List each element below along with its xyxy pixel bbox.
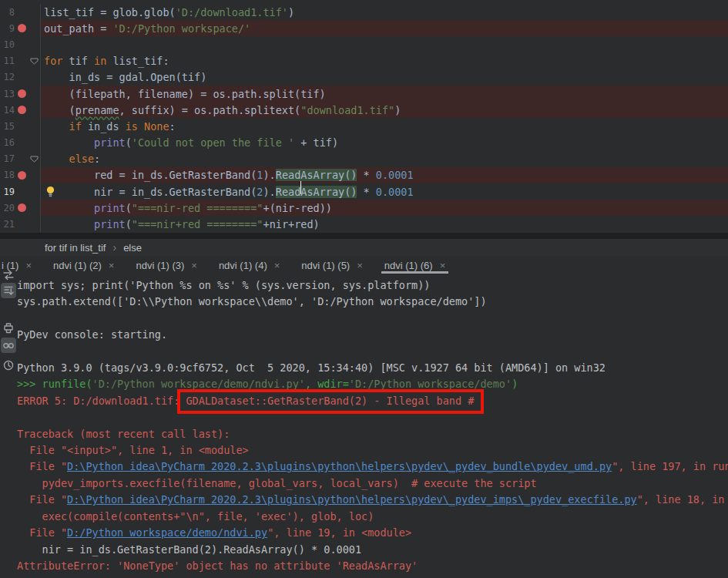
line-number[interactable]: 14 [0, 105, 15, 116]
editor-gutter[interactable]: 19 [0, 183, 41, 200]
code-text[interactable]: in_ds = gdal.Open(tif) [41, 69, 728, 86]
file-link[interactable]: D:\Python idea\PyCharm 2020.2.3\plugins\… [67, 460, 612, 472]
code-text[interactable]: (filepath, filename) = os.path.split(tif… [41, 86, 728, 102]
tab-label: ndvi (1) (5) [301, 260, 350, 271]
line-number[interactable]: 15 [0, 121, 15, 132]
line-number[interactable]: 10 [0, 39, 15, 50]
close-icon[interactable]: × [191, 260, 197, 271]
breakpoint-slot[interactable] [15, 106, 29, 114]
close-icon[interactable]: × [357, 260, 363, 271]
line-number[interactable]: 18 [0, 170, 15, 180]
line-number[interactable]: 20 [0, 203, 15, 213]
console-line: pydev_imports.execfile(filename, global_… [17, 476, 728, 492]
console-line: Traceback (most recent call last): [17, 426, 728, 442]
editor-gutter[interactable]: 18 [0, 167, 41, 183]
breadcrumb-item[interactable]: else [123, 242, 142, 254]
line-number[interactable]: 8 [0, 7, 15, 18]
text-segment [138, 120, 144, 133]
breakpoint-icon[interactable] [18, 106, 26, 114]
close-icon[interactable]: × [109, 260, 115, 271]
text-segment: * [357, 186, 375, 198]
text-segment: "===nir-red ========" [132, 202, 263, 214]
breakpoint-icon[interactable] [18, 171, 26, 180]
line-number[interactable]: 12 [0, 72, 15, 82]
code-text[interactable]: print("===nir+red ========"+nir+red) [41, 216, 728, 232]
code-line: 10 [0, 36, 728, 52]
python-console-output[interactable]: import sys; print('Python %s on %s' % (s… [0, 274, 728, 578]
code-text[interactable] [41, 36, 728, 52]
console-tab[interactable]: ndvi (1) (2)× [42, 256, 125, 274]
fold-slot[interactable] [29, 58, 40, 65]
close-icon[interactable]: × [440, 260, 446, 271]
editor-gutter[interactable]: 10 [0, 36, 41, 52]
line-number[interactable]: 16 [0, 137, 15, 148]
editor-gutter[interactable]: 20 [0, 200, 41, 216]
editor-gutter[interactable]: 21 [0, 216, 41, 232]
code-text[interactable]: (prename, suffix) = os.path.splitext("do… [41, 102, 728, 118]
code-line: 13 (filepath, filename) = os.path.split(… [0, 86, 728, 102]
console-line: File "D:\Python idea\PyCharm 2020.2.3\pl… [17, 459, 728, 475]
editor-gutter[interactable]: 15 [0, 118, 41, 134]
console-tab[interactable]: ndvi (1) (5)× [290, 256, 373, 274]
text-segment: ). [263, 186, 275, 198]
breakpoint-slot[interactable] [15, 171, 29, 180]
text-segment: else [69, 153, 95, 165]
tab-label: ndvi (1) (2) [53, 260, 102, 271]
close-icon[interactable]: × [25, 260, 32, 271]
editor-gutter[interactable]: 12 [0, 69, 41, 86]
file-link[interactable]: D:\Python idea\PyCharm 2020.2.3\plugins\… [67, 493, 637, 506]
text-segment [44, 218, 94, 230]
editor-gutter[interactable]: 17 [0, 151, 41, 167]
editor-gutter[interactable]: 13 [0, 86, 41, 102]
text-segment: ) [512, 378, 518, 390]
line-number[interactable]: 11 [0, 55, 15, 66]
file-link[interactable]: D:/Python workspace/demo/ndvi.py [67, 526, 267, 539]
close-icon[interactable]: × [274, 260, 280, 271]
text-segment: , suffix) = os.path.splitext( [119, 104, 301, 116]
text-segment: +nir+red) [263, 218, 320, 230]
breakpoint-slot[interactable] [15, 203, 29, 212]
console-tab[interactable]: ndvi (1) (6)× [374, 256, 456, 274]
code-text[interactable]: red = in_ds.GetRasterBand(1).ReadAsArray… [41, 167, 728, 183]
code-text[interactable]: out_path = 'D:/Python workspace/' [41, 20, 728, 36]
line-number[interactable]: 21 [0, 219, 15, 230]
fold-down-icon[interactable] [30, 58, 39, 65]
code-text[interactable]: list_tif = glob.glob('D:/download1.tif') [41, 4, 728, 20]
breadcrumb-item[interactable]: for tif in list_tif [45, 242, 106, 254]
line-number[interactable]: 19 [0, 187, 15, 197]
console-tab[interactable]: ndvi (1) (4)× [208, 256, 290, 274]
editor-gutter[interactable]: 11 [0, 53, 41, 69]
console-line: Python 3.9.0 (tags/v3.9.0:9cf6752, Oct 5… [17, 360, 728, 376]
editor-gutter[interactable]: 8 [0, 4, 41, 20]
line-number[interactable]: 9 [0, 23, 15, 34]
fold-down-icon[interactable] [30, 156, 39, 163]
breakpoint-slot[interactable] [15, 24, 29, 32]
code-text[interactable]: nir = in_ds.GetRasterBand(2).ReadAsArray… [41, 183, 728, 200]
code-text[interactable]: print('Could not open the file ' + tif) [41, 135, 728, 151]
text-segment [44, 136, 94, 149]
text-segment: File "<input>", line 1, in <module> [17, 444, 249, 456]
line-number[interactable]: 17 [0, 153, 15, 164]
code-line: 12 in_ds = gdal.Open(tif) [0, 69, 728, 86]
text-segment: 'D:/Python workspace/demo' [349, 378, 512, 390]
breakpoint-icon[interactable] [18, 203, 26, 212]
breakpoint-icon[interactable] [18, 89, 26, 98]
editor-gutter[interactable]: 14 [0, 102, 41, 118]
console-line: ERROR 5: D:/download1.tif: GDALDataset::… [17, 393, 728, 409]
code-editor[interactable]: 8list_tif = glob.glob('D:/download1.tif'… [0, 0, 728, 233]
editor-gutter[interactable]: 16 [0, 135, 41, 151]
console-tab[interactable]: ndvi (1) (3)× [125, 256, 207, 274]
intention-bulb-icon[interactable] [45, 186, 55, 200]
text-segment: 1 [257, 169, 263, 181]
code-text[interactable]: print("===nir-red ========"+(nir-red)) [41, 200, 728, 216]
line-number[interactable]: 13 [0, 89, 15, 99]
breakpoint-slot[interactable] [15, 89, 29, 98]
code-text[interactable]: for tif in list_tif: [41, 53, 728, 69]
editor-gutter[interactable]: 9 [0, 20, 41, 36]
text-segment: Traceback (most recent call last): [17, 428, 230, 440]
fold-slot[interactable] [29, 156, 40, 163]
code-text[interactable]: else: [41, 151, 728, 167]
code-text[interactable]: if in_ds is None: [41, 118, 728, 134]
breakpoint-icon[interactable] [18, 24, 26, 32]
text-segment: list_tif = glob.glob( [44, 6, 176, 18]
